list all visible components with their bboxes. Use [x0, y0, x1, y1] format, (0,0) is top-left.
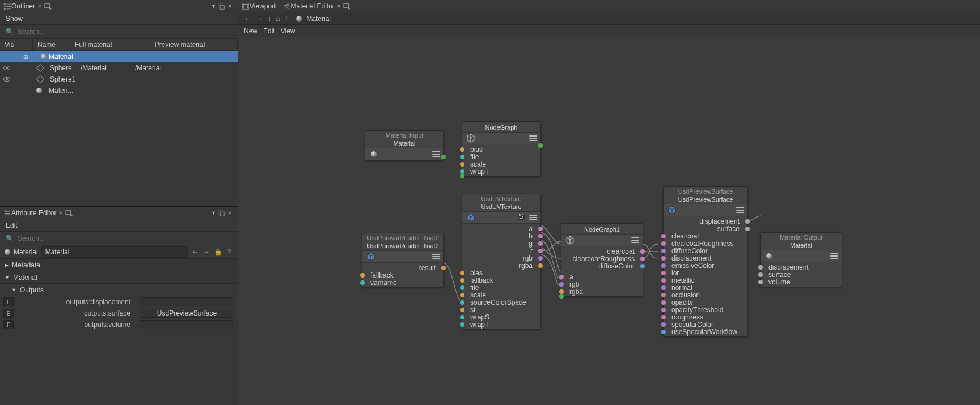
menu-edit[interactable]: Edit [263, 27, 275, 35]
attr-value[interactable] [140, 320, 234, 329]
panel-close-icon[interactable]: × [225, 208, 234, 217]
node-material-output[interactable]: Material Output Material displacement su… [760, 232, 842, 287]
input-port[interactable]: ior [664, 269, 747, 276]
node-menu-icon[interactable] [432, 150, 440, 158]
add-tab-icon[interactable] [343, 2, 351, 10]
nav-up-icon[interactable]: ↑ [268, 14, 272, 23]
node-preview-surface[interactable]: UsdPreviewSurface UsdPreviewSurface disp… [663, 186, 748, 337]
output-port[interactable] [441, 155, 446, 159]
visibility-icon[interactable] [3, 77, 10, 82]
panel-close-icon[interactable]: × [225, 2, 234, 10]
input-port[interactable]: scale [462, 291, 540, 299]
section-metadata[interactable]: ▶ Metadata [0, 259, 238, 271]
col-full[interactable]: Full material [70, 39, 122, 50]
input-port[interactable]: file [462, 153, 540, 160]
tree-row-material[interactable]: ⊞ Material [0, 51, 238, 62]
input-port[interactable]: wrapT [462, 168, 540, 175]
close-icon[interactable]: × [35, 2, 44, 10]
menu-new[interactable]: New [244, 27, 257, 35]
output-port[interactable]: diffuseColor [561, 262, 643, 270]
input-port[interactable]: displacement [664, 254, 747, 262]
popout-icon[interactable] [217, 2, 225, 10]
node-menu-icon[interactable] [631, 236, 639, 244]
node-nodegraph[interactable]: NodeGraph bias file scale wrapT [462, 121, 541, 177]
input-port[interactable]: bias [462, 146, 540, 153]
input-port[interactable]: a [561, 273, 643, 280]
show-menu[interactable]: Show [6, 15, 23, 23]
node-menu-icon[interactable] [736, 206, 744, 214]
input-port[interactable]: fallback [362, 271, 443, 279]
input-port[interactable]: volume [761, 278, 842, 285]
input-port[interactable]: scale [462, 160, 540, 168]
attr-search-input[interactable] [18, 235, 232, 242]
output-port[interactable]: clearcoat [561, 248, 643, 255]
tree-row-sphere1[interactable]: Sphere1 [0, 74, 238, 85]
node-menu-icon[interactable] [529, 214, 537, 221]
edit-menu[interactable]: Edit [6, 221, 18, 229]
col-name[interactable]: Name [33, 39, 70, 50]
output-port[interactable]: result [362, 264, 443, 271]
output-port[interactable]: surface [664, 225, 747, 232]
expand-icon[interactable]: ⊞ [23, 54, 28, 59]
col-preview[interactable]: Preview material [122, 39, 238, 50]
attr-value[interactable] [140, 297, 234, 306]
input-port[interactable]: opacityThreshold [664, 306, 747, 313]
input-port[interactable]: file [462, 284, 540, 291]
nav-forward-icon[interactable]: → [256, 14, 263, 23]
input-port[interactable]: diffuseColor [664, 247, 747, 254]
output-port[interactable]: g [462, 240, 540, 247]
node-material-input[interactable]: Material Input Material [365, 130, 444, 161]
node-graph[interactable]: Material Input Material NodeGraph bias f… [238, 37, 980, 405]
breadcrumb-input[interactable] [41, 246, 188, 258]
popout-icon[interactable] [217, 209, 225, 217]
tab-viewport[interactable]: Viewport [250, 2, 276, 10]
input-port[interactable]: wrapS [462, 313, 540, 321]
input-port[interactable]: emissiveColor [664, 262, 747, 269]
home-icon[interactable]: ⌂ [276, 14, 281, 23]
input-port[interactable]: metallic [664, 276, 747, 284]
close-icon[interactable]: × [56, 208, 65, 217]
crumb-root[interactable]: Material [306, 15, 331, 23]
output-port[interactable]: rgba [462, 262, 540, 269]
input-port[interactable]: wrapT [462, 321, 540, 328]
section-outputs[interactable]: ▼ Outputs [0, 284, 238, 296]
menu-view[interactable]: View [281, 27, 295, 35]
nav-back-icon[interactable]: ← [191, 248, 199, 256]
output-port[interactable]: b [462, 232, 540, 240]
input-port[interactable]: rgb [561, 280, 643, 288]
node-menu-icon[interactable] [432, 253, 440, 261]
input-port[interactable]: displacement [761, 263, 842, 271]
extra-port[interactable] [559, 294, 564, 299]
col-vis[interactable]: Vis [0, 39, 20, 50]
section-material[interactable]: ▼ Material [0, 271, 238, 284]
input-port[interactable]: varname [362, 279, 443, 286]
tree-row-sphere[interactable]: Sphere /Material /Material [0, 62, 238, 74]
input-port[interactable]: surface [761, 271, 842, 278]
input-port[interactable]: rgba [561, 288, 643, 295]
node-nodegraph1[interactable]: NodeGraph1 clearcoat clearcoatRoughness … [561, 223, 643, 297]
attr-value[interactable]: UsdPreviewSurface [140, 309, 234, 318]
input-port[interactable]: specularColor [664, 321, 747, 328]
dropdown-icon[interactable]: ▼ [209, 209, 217, 217]
help-icon[interactable]: ? [225, 248, 233, 256]
node-menu-icon[interactable] [830, 252, 838, 260]
close-icon[interactable]: × [335, 2, 344, 10]
outliner-search-input[interactable] [18, 28, 232, 36]
node-primvar-reader[interactable]: UsdPrimvarReader_float2 UsdPrimvarReader… [362, 233, 444, 288]
input-port[interactable]: normal [664, 284, 747, 291]
output-port[interactable]: r [462, 247, 540, 254]
nav-forward-icon[interactable]: → [202, 248, 210, 256]
dropdown-icon[interactable]: ▼ [209, 2, 217, 10]
input-port[interactable]: sourceColorSpace [462, 299, 540, 306]
input-port[interactable]: bias [462, 269, 540, 276]
node-menu-icon[interactable] [529, 134, 537, 142]
add-tab-icon[interactable] [44, 2, 52, 10]
tab-material-editor[interactable]: Material Editor [290, 2, 334, 10]
output-port[interactable]: clearcoatRoughness [561, 255, 643, 262]
input-port[interactable]: useSpecularWorkflow [664, 328, 747, 335]
node-uvtexture[interactable]: UsdUVTexture UsdUVTexture S a b g r rgb … [462, 194, 541, 330]
input-port[interactable]: occlusion [664, 291, 747, 299]
lock-icon[interactable]: 🔒 [214, 248, 222, 256]
input-port[interactable]: clearcoatRoughness [664, 240, 747, 247]
input-port[interactable]: fallback [462, 276, 540, 284]
